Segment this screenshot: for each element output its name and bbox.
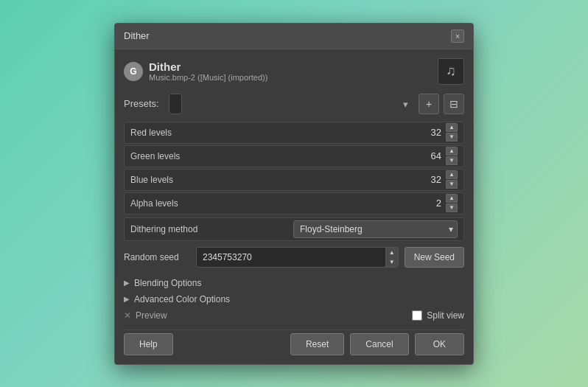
dither-method-select[interactable]: None Floyd-Steinberg Floyd-Steinberg (re… [293, 220, 458, 238]
presets-select[interactable] [169, 94, 182, 114]
alpha-spinner: ▲ ▼ [446, 194, 458, 212]
split-view-checkbox[interactable] [412, 310, 422, 321]
preview-collapse-icon: ✕ [124, 310, 131, 321]
red-spinner: ▲ ▼ [446, 123, 458, 142]
seed-spinner: ▲ ▼ [385, 248, 398, 267]
blue-level-label: Blue levels [130, 175, 423, 185]
blue-level-value: 32 [423, 174, 441, 185]
alpha-down-btn[interactable]: ▼ [446, 203, 458, 212]
blue-level-row: Blue levels 32 ▲ ▼ [124, 169, 464, 191]
green-level-label: Green levels [130, 151, 423, 161]
seed-up-btn[interactable]: ▲ [386, 248, 398, 257]
alpha-level-value: 2 [423, 198, 441, 209]
app-header: G Dither Music.bmp-2 ([Music] (imported)… [124, 58, 464, 85]
dialog-body: G Dither Music.bmp-2 ([Music] (imported)… [115, 49, 473, 364]
seed-down-btn[interactable]: ▼ [386, 257, 398, 267]
green-down-btn[interactable]: ▼ [446, 156, 458, 165]
blending-options-label: Blending Options [134, 278, 201, 288]
preview-row: ✕ Preview Split view [124, 307, 464, 324]
ok-button[interactable]: OK [415, 333, 464, 355]
dither-method-label: Dithering method [130, 224, 293, 234]
close-button[interactable]: × [451, 29, 464, 43]
add-preset-button[interactable]: + [419, 94, 439, 114]
title-bar: Dither × [115, 24, 473, 49]
red-level-label: Red levels [130, 128, 423, 138]
music-icon: ♫ [438, 58, 464, 85]
app-info: Dither Music.bmp-2 ([Music] (imported)) [149, 60, 267, 82]
blue-up-btn[interactable]: ▲ [446, 170, 458, 179]
split-view-right: Split view [412, 310, 464, 321]
seed-input[interactable] [197, 252, 385, 262]
red-level-value: 32 [423, 127, 441, 138]
presets-row: Presets: + ⊟ [124, 94, 464, 114]
method-select-wrap: None Floyd-Steinberg Floyd-Steinberg (re… [293, 220, 458, 238]
advanced-color-options-row[interactable]: ▶ Advanced Color Options [124, 291, 464, 307]
split-view-label: Split view [427, 310, 464, 321]
bottom-buttons: Help Reset Cancel OK [124, 330, 464, 355]
save-preset-button[interactable]: ⊟ [444, 94, 464, 114]
help-button[interactable]: Help [124, 333, 173, 355]
app-subtitle: Music.bmp-2 ([Music] (imported)) [149, 73, 267, 82]
alpha-level-row: Alpha levels 2 ▲ ▼ [124, 192, 464, 215]
levels-container: Red levels 32 ▲ ▼ Green levels 64 ▲ ▼ Bl… [124, 122, 464, 215]
gimp-logo: G [124, 62, 143, 81]
advanced-color-options-label: Advanced Color Options [134, 294, 230, 304]
dither-method-row: Dithering method None Floyd-Steinberg Fl… [124, 217, 464, 241]
presets-select-wrap [169, 94, 414, 114]
reset-button[interactable]: Reset [290, 333, 344, 355]
seed-label: Random seed [124, 252, 190, 262]
green-level-value: 64 [423, 150, 441, 161]
alpha-up-btn[interactable]: ▲ [446, 194, 458, 203]
advanced-color-expand-icon: ▶ [124, 295, 130, 303]
seed-input-wrap: ▲ ▼ [196, 247, 399, 268]
green-up-btn[interactable]: ▲ [446, 147, 458, 156]
preview-left: ✕ Preview [124, 310, 167, 321]
preview-label: Preview [136, 310, 167, 321]
cancel-button[interactable]: Cancel [350, 333, 408, 355]
random-seed-row: Random seed ▲ ▼ New Seed [124, 247, 464, 268]
blending-expand-icon: ▶ [124, 279, 130, 287]
presets-label: Presets: [124, 98, 164, 109]
green-spinner: ▲ ▼ [446, 147, 458, 165]
red-down-btn[interactable]: ▼ [446, 133, 458, 142]
blue-spinner: ▲ ▼ [446, 170, 458, 189]
green-level-row: Green levels 64 ▲ ▼ [124, 145, 464, 167]
new-seed-button[interactable]: New Seed [405, 247, 464, 268]
alpha-level-label: Alpha levels [130, 198, 423, 209]
blending-options-row[interactable]: ▶ Blending Options [124, 275, 464, 291]
blue-down-btn[interactable]: ▼ [446, 180, 458, 189]
window-title: Dither [124, 30, 150, 41]
app-name: Dither [149, 60, 267, 73]
dither-dialog: Dither × G Dither Music.bmp-2 ([Music] (… [114, 23, 474, 365]
app-header-left: G Dither Music.bmp-2 ([Music] (imported)… [124, 60, 267, 82]
red-up-btn[interactable]: ▲ [446, 123, 458, 132]
red-level-row: Red levels 32 ▲ ▼ [124, 122, 464, 144]
